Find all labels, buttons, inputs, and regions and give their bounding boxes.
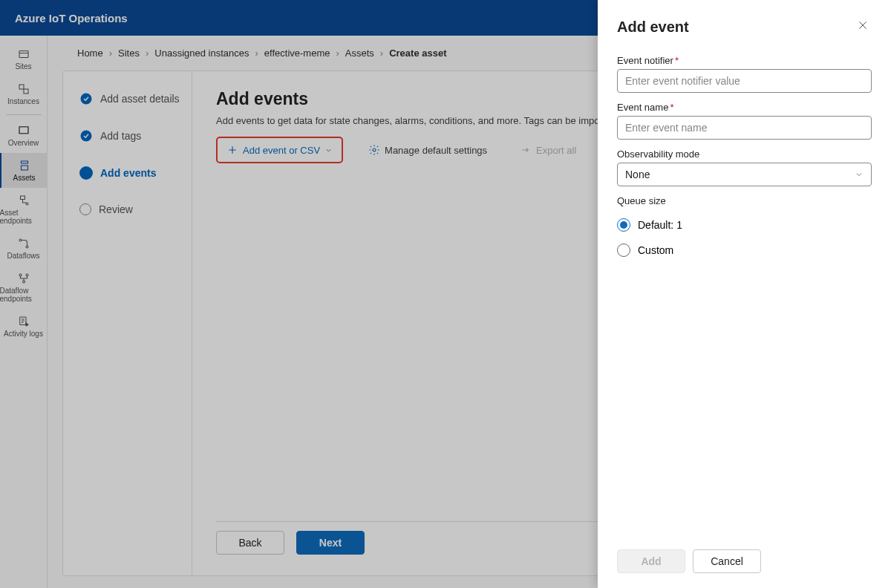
queue-size-radio-group: Default: 1 Custom <box>617 212 872 263</box>
panel-title: Add event <box>617 19 689 36</box>
event-name-input[interactable] <box>617 116 872 140</box>
panel-header: Add event <box>598 0 891 46</box>
queue-size-custom-radio[interactable]: Custom <box>617 238 872 263</box>
cancel-button[interactable]: Cancel <box>693 549 761 573</box>
radio-label: Custom <box>638 244 673 256</box>
event-notifier-label: Event notifier* <box>617 55 872 66</box>
panel-footer: Add Cancel <box>598 538 891 588</box>
select-value: None <box>625 169 650 180</box>
observability-mode-select[interactable]: None <box>617 163 872 186</box>
add-event-panel: Add event Event notifier* Event name* Ob… <box>598 0 891 588</box>
event-notifier-input[interactable] <box>617 69 872 93</box>
radio-icon <box>617 244 630 257</box>
close-button[interactable] <box>854 16 872 37</box>
panel-body: Event notifier* Event name* Observabilit… <box>598 46 891 538</box>
queue-size-label: Queue size <box>617 195 872 206</box>
queue-size-default-radio[interactable]: Default: 1 <box>617 212 872 238</box>
event-name-label: Event name* <box>617 102 872 113</box>
close-icon <box>857 19 869 31</box>
add-button: Add <box>617 549 685 573</box>
observability-mode-label: Observability mode <box>617 148 872 160</box>
chevron-down-icon <box>855 170 864 179</box>
radio-icon <box>617 218 630 232</box>
radio-label: Default: 1 <box>638 219 682 231</box>
